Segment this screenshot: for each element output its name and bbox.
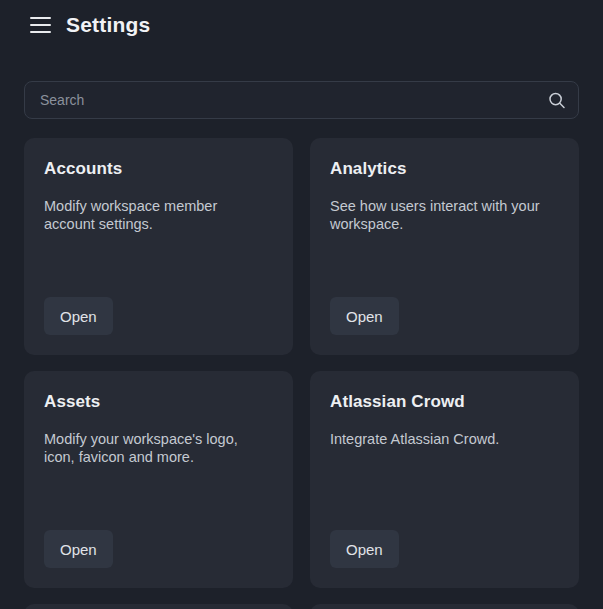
menu-icon[interactable] — [30, 17, 51, 34]
card-assets: Assets Modify your workspace's logo, ico… — [24, 371, 293, 588]
page-title: Settings — [66, 13, 150, 37]
search-bar — [24, 81, 579, 119]
open-button-assets[interactable]: Open — [44, 530, 113, 568]
open-button-atlassian-crowd[interactable]: Open — [330, 530, 399, 568]
card-title: Atlassian Crowd — [330, 392, 465, 412]
card-description: Integrate Atlassian Crowd. — [330, 431, 499, 449]
card-partial-left — [24, 604, 293, 609]
open-button-accounts[interactable]: Open — [44, 297, 113, 335]
card-title: Analytics — [330, 159, 407, 179]
card-description: See how users interact with your workspa… — [330, 198, 543, 233]
settings-grid: Accounts Modify workspace member account… — [24, 138, 579, 609]
card-atlassian-crowd: Atlassian Crowd Integrate Atlassian Crow… — [310, 371, 579, 588]
card-accounts: Accounts Modify workspace member account… — [24, 138, 293, 355]
card-analytics: Analytics See how users interact with yo… — [310, 138, 579, 355]
menu-bar — [30, 31, 51, 33]
settings-page: Settings Accounts Modify workspace membe… — [0, 0, 603, 609]
card-description: Modify workspace member account settings… — [44, 198, 257, 233]
open-button-analytics[interactable]: Open — [330, 297, 399, 335]
menu-bar — [30, 17, 51, 19]
search-input[interactable] — [24, 81, 579, 119]
card-title: Accounts — [44, 159, 122, 179]
menu-bar — [30, 24, 51, 26]
card-partial-right — [310, 604, 579, 609]
card-description: Modify your workspace's logo, icon, favi… — [44, 431, 257, 466]
app-header: Settings — [0, 0, 603, 50]
card-title: Assets — [44, 392, 100, 412]
